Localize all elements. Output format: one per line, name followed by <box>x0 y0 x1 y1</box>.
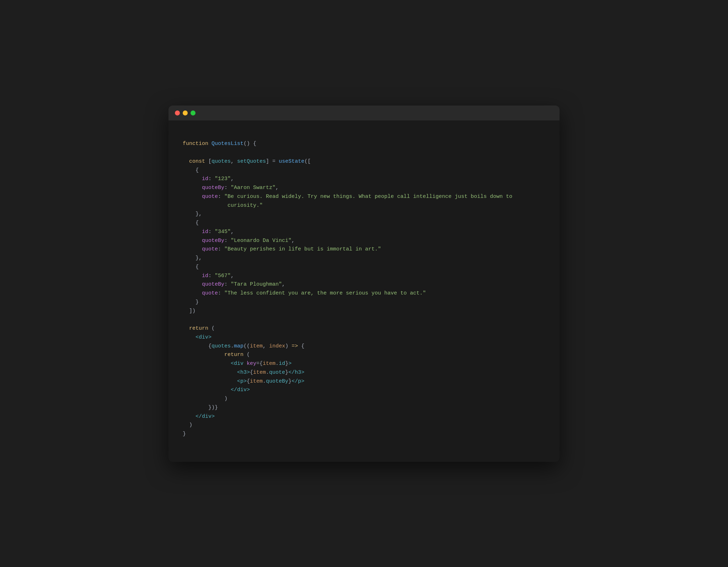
prop-quote1: quote <box>202 194 218 200</box>
titlebar <box>168 106 560 120</box>
prop-quote3: quote <box>202 290 218 296</box>
keyword-function: function <box>183 141 208 147</box>
function-name: QuotesList <box>212 141 243 147</box>
prop-id1: id <box>202 176 208 182</box>
prop-quoteby1: quoteBy <box>202 185 224 191</box>
keyword-return: return <box>189 325 208 331</box>
keyword-const: const <box>189 158 205 164</box>
prop-quoteby3: quoteBy <box>202 281 224 287</box>
code-window: function QuotesList() { const [quotes, s… <box>168 106 560 462</box>
code-editor: function QuotesList() { const [quotes, s… <box>168 120 560 462</box>
minimize-button[interactable] <box>183 110 188 115</box>
maximize-button[interactable] <box>191 110 196 115</box>
prop-id3: id <box>202 273 208 279</box>
prop-id2: id <box>202 229 208 235</box>
close-button[interactable] <box>175 110 180 115</box>
jsx-div-open: <div> <box>196 334 212 340</box>
prop-quote2: quote <box>202 246 218 252</box>
prop-quoteby2: quoteBy <box>202 238 224 244</box>
